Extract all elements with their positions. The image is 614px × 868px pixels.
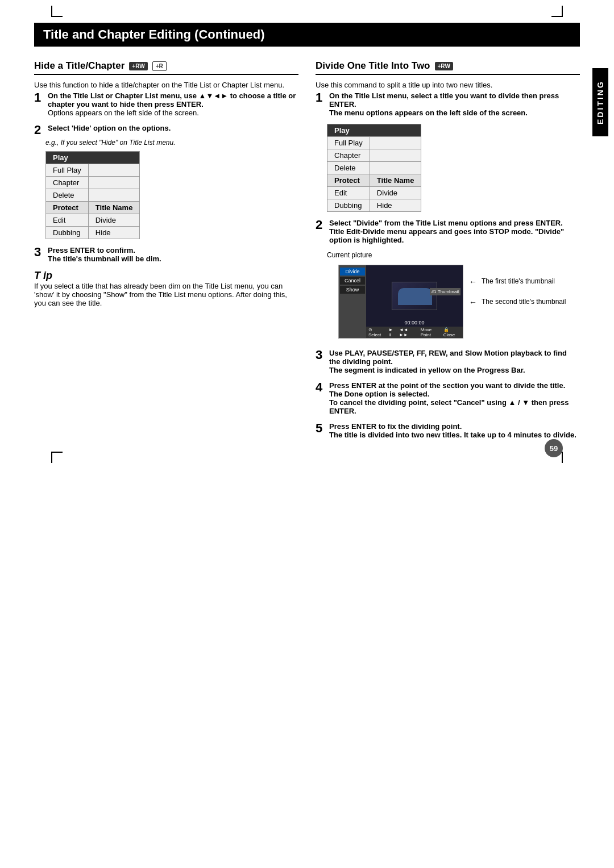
title-edit-screenshot: Divide Cancel Show Title Edit TITLE 2 12… (338, 265, 463, 339)
right-step2-sub: Title Edit-Divide menu appears and goes … (329, 227, 564, 244)
te-close: 🔒Close (443, 327, 460, 337)
menu-row-divide: Divide (88, 214, 140, 227)
right-step4-num: 4 (316, 381, 326, 394)
right-step4-sub1: The Done option is selected. (329, 390, 429, 398)
right-column: Divide One Title Into Two +RW Use this c… (316, 60, 580, 446)
right-menu-table: Play Full Play Chapter Delete Protect Ti… (327, 124, 421, 212)
right-menu-row-titlename: Title Name (370, 174, 421, 187)
left-step2-num: 2 (34, 124, 44, 136)
right-step4-sub2: To cancel the dividing point, select "Ca… (329, 398, 569, 415)
te-time-current: 00:00:00 (366, 320, 463, 326)
right-step5-sub: The title is divided into two new titles… (329, 431, 576, 439)
right-step1-text: On the Title List menu, select a title y… (329, 91, 559, 108)
right-step5: 5 Press ENTER to fix the dividing point.… (316, 422, 580, 439)
current-picture-label: Current picture (327, 251, 580, 259)
annotation-first-thumb: ← The first title's thumbnail (469, 277, 566, 286)
tip-text: If you select a title that has already b… (34, 282, 287, 307)
te-move-point: Move Point (421, 327, 443, 337)
right-menu-row-fullplay: Full Play (327, 137, 370, 149)
menu-row-protect: Protect (46, 202, 89, 214)
left-step1-num: 1 (34, 91, 44, 104)
right-step1-sub: The menu options appears on the left sid… (329, 108, 528, 117)
badge-rw-right: +RW (435, 62, 453, 70)
menu-row-delete: Delete (46, 189, 89, 202)
left-intro: Use this function to hide a title/chapte… (34, 81, 298, 89)
te-btn-cancel: Cancel (340, 277, 365, 285)
left-column: Hide a Title/Chapter +RW +R Use this fun… (34, 60, 298, 446)
right-menu-header: Play (327, 124, 421, 137)
right-step3: 3 Use PLAY, PAUSE/STEP, FF, REW, and Slo… (316, 349, 580, 374)
side-tab-editing: EDITING (592, 68, 608, 136)
te-play-icon: ► II (388, 327, 397, 337)
te-select-icon: ⊙ Select (368, 327, 386, 337)
right-menu-row-divide: Divide (370, 187, 421, 199)
page-number: 59 (545, 439, 563, 457)
te-main-view (366, 265, 463, 327)
corner-mark-tl (51, 6, 63, 17)
right-menu-row-dubbing: Dubbing (327, 199, 370, 212)
right-menu-row-protect: Protect (327, 174, 370, 187)
left-section-heading: Hide a Title/Chapter +RW +R (34, 60, 298, 75)
left-step3-sub: The title's thumbnail will be dim. (48, 254, 161, 263)
te-btn-show: Show (340, 286, 365, 294)
left-step3: 3 Press ENTER to confirm. The title's th… (34, 246, 298, 263)
badge-r-left: +R (152, 61, 167, 71)
right-menu-row-delete: Delete (327, 162, 370, 174)
left-menu-header: Play (46, 152, 140, 164)
left-step1: 1 On the Title List or Chapter List menu… (34, 91, 298, 117)
right-menu-row-edit: Edit (327, 187, 370, 199)
corner-mark-bl (51, 452, 63, 463)
arrow-second: ← (469, 298, 477, 307)
tip-title: T ip (34, 270, 52, 281)
menu-row-edit: Edit (46, 214, 89, 227)
right-step4-text: Press ENTER at the point of the section … (329, 381, 565, 390)
left-menu-table: Play Full Play Chapter Delete (45, 151, 140, 239)
te-rew-icon: ◄◄ ►► (399, 327, 418, 337)
right-step3-text: Use PLAY, PAUSE/STEP, FF, REW, and Slow … (329, 349, 567, 366)
right-step2: 2 Select "Divide" from the Title List me… (316, 219, 580, 244)
right-step1: 1 On the Title List menu, select a title… (316, 91, 580, 117)
menu-row-dubbing: Dubbing (46, 227, 89, 239)
right-intro: Use this command to split a title up int… (316, 81, 580, 89)
corner-mark-tr (551, 6, 563, 17)
te-footer-icons: ⊙ Select ► II ◄◄ ►► Move Point (368, 327, 443, 337)
arrow-first: ← (469, 277, 477, 286)
te-footer: ⊙ Select ► II ◄◄ ►► Move Point 🔒Close (366, 327, 463, 338)
te-thumbnail-label: #1 Thumbnail (430, 288, 460, 295)
right-section-heading: Divide One Title Into Two +RW (316, 60, 580, 75)
right-step2-num: 2 (316, 219, 326, 231)
menu-row-fullplay: Full Play (46, 164, 89, 177)
menu-row-hide: Hide (88, 227, 140, 239)
right-step3-sub: The segment is indicated in yellow on th… (329, 366, 525, 374)
annotations: ← The first title's thumbnail ← The seco… (469, 260, 566, 311)
annotation-second-thumb: ← The second title's thumbnail (469, 298, 566, 307)
badge-rw-left: +RW (129, 62, 147, 70)
left-step3-num: 3 (34, 246, 44, 258)
menu-row-titlename: Title Name (88, 202, 140, 214)
te-car-image (392, 282, 437, 310)
tip-box: T ip If you select a title that has alre… (34, 270, 298, 307)
right-step5-num: 5 (316, 422, 326, 435)
left-step3-text: Press ENTER to confirm. (48, 246, 135, 254)
left-step2-example: e.g., If you select "Hide" on Title List… (34, 139, 298, 147)
left-step1-sub: Options appears on the left side of the … (48, 108, 199, 117)
right-step3-num: 3 (316, 349, 326, 361)
right-menu-row-chapter: Chapter (327, 149, 370, 162)
menu-row-chapter: Chapter (46, 177, 89, 189)
left-step1-text: On the Title List or Chapter List menu, … (48, 91, 296, 108)
right-step1-num: 1 (316, 91, 326, 104)
left-step2: 2 Select 'Hide' option on the options. e… (34, 124, 298, 239)
title-edit-sidebar: Divide Cancel Show (339, 265, 366, 338)
right-menu-row-hide: Hide (370, 199, 421, 212)
te-btn-divide: Divide (340, 268, 365, 276)
right-step5-text: Press ENTER to fix the dividing point. (329, 422, 462, 431)
page-title: Title and Chapter Editing (Continued) (34, 23, 580, 47)
right-step2-text: Select "Divide" from the Title List menu… (329, 219, 563, 227)
right-step4: 4 Press ENTER at the point of the sectio… (316, 381, 580, 415)
left-step2-text: Select 'Hide' option on the options. (48, 124, 171, 132)
